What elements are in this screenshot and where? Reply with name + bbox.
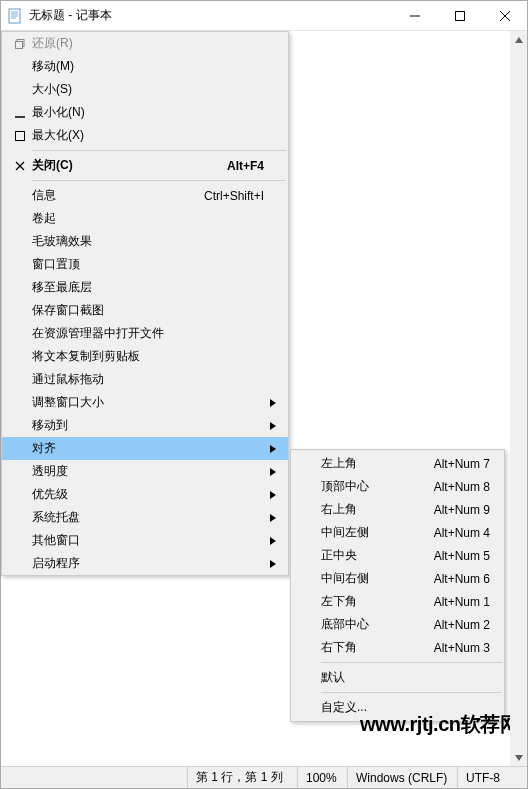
- watermark-text: www.rjtj.cn软荐网: [360, 711, 519, 738]
- svg-rect-6: [455, 11, 464, 20]
- menu-system-tray[interactable]: 系统托盘: [2, 506, 288, 529]
- align-center[interactable]: 正中央 Alt+Num 5: [291, 544, 504, 567]
- align-middle-left[interactable]: 中间左侧 Alt+Num 4: [291, 521, 504, 544]
- menu-maximize[interactable]: 最大化(X): [2, 124, 288, 147]
- menu-align[interactable]: 对齐: [2, 437, 288, 460]
- maximize-icon: [8, 131, 32, 141]
- menu-rollup[interactable]: 卷起: [2, 207, 288, 230]
- menu-send-to-bottom[interactable]: 移至最底层: [2, 276, 288, 299]
- status-line-ending: Windows (CRLF): [347, 767, 457, 788]
- menu-separator: [321, 692, 502, 693]
- minimize-icon: [8, 108, 32, 118]
- menu-priority[interactable]: 优先级: [2, 483, 288, 506]
- window-frame: 无标题 - 记事本 还原(R) 移动(M): [0, 0, 528, 789]
- chevron-right-icon: [264, 422, 276, 430]
- menu-move-to[interactable]: 移动到: [2, 414, 288, 437]
- menu-separator: [321, 662, 502, 663]
- align-top-left[interactable]: 左上角 Alt+Num 7: [291, 452, 504, 475]
- svg-rect-12: [16, 131, 25, 140]
- menu-close[interactable]: 关闭(C) Alt+F4: [2, 154, 288, 177]
- editor-area[interactable]: 还原(R) 移动(M) 大小(S) 最小化(N) 最大化(X): [1, 31, 527, 766]
- align-bottom-right[interactable]: 右下角 Alt+Num 3: [291, 636, 504, 659]
- titlebar[interactable]: 无标题 - 记事本: [1, 1, 527, 31]
- minimize-button[interactable]: [392, 1, 437, 31]
- align-bottom-center[interactable]: 底部中心 Alt+Num 2: [291, 613, 504, 636]
- chevron-right-icon: [264, 514, 276, 522]
- align-default[interactable]: 默认: [291, 666, 504, 689]
- status-empty: [1, 767, 187, 788]
- align-submenu: 左上角 Alt+Num 7 顶部中心 Alt+Num 8 右上角 Alt+Num…: [290, 449, 505, 722]
- align-bottom-left[interactable]: 左下角 Alt+Num 1: [291, 590, 504, 613]
- svg-rect-10: [16, 41, 23, 48]
- window-controls: [392, 1, 527, 31]
- chevron-right-icon: [264, 399, 276, 407]
- chevron-right-icon: [264, 560, 276, 568]
- menu-move[interactable]: 移动(M): [2, 55, 288, 78]
- align-top-center[interactable]: 顶部中心 Alt+Num 8: [291, 475, 504, 498]
- chevron-right-icon: [264, 491, 276, 499]
- menu-separator: [32, 150, 286, 151]
- menu-separator: [32, 180, 286, 181]
- align-middle-right[interactable]: 中间右侧 Alt+Num 6: [291, 567, 504, 590]
- menu-save-screenshot[interactable]: 保存窗口截图: [2, 299, 288, 322]
- scrollbar-track[interactable]: [510, 48, 527, 749]
- statusbar: 第 1 行，第 1 列 100% Windows (CRLF) UTF-8: [1, 766, 527, 788]
- align-top-right[interactable]: 右上角 Alt+Num 9: [291, 498, 504, 521]
- menu-drag-by-mouse[interactable]: 通过鼠标拖动: [2, 368, 288, 391]
- status-position: 第 1 行，第 1 列: [187, 767, 297, 788]
- menu-copy-text-to-clipboard[interactable]: 将文本复制到剪贴板: [2, 345, 288, 368]
- app-icon: [7, 8, 23, 24]
- menu-open-in-explorer[interactable]: 在资源管理器中打开文件: [2, 322, 288, 345]
- menu-always-on-top[interactable]: 窗口置顶: [2, 253, 288, 276]
- close-icon: [8, 161, 32, 171]
- menu-info[interactable]: 信息 Ctrl+Shift+I: [2, 184, 288, 207]
- window-title: 无标题 - 记事本: [29, 7, 392, 24]
- scroll-down-button[interactable]: [510, 749, 527, 766]
- close-button[interactable]: [482, 1, 527, 31]
- menu-resize[interactable]: 调整窗口大小: [2, 391, 288, 414]
- scroll-up-button[interactable]: [510, 31, 527, 48]
- menu-restore: 还原(R): [2, 32, 288, 55]
- system-menu: 还原(R) 移动(M) 大小(S) 最小化(N) 最大化(X): [1, 31, 289, 576]
- menu-size[interactable]: 大小(S): [2, 78, 288, 101]
- restore-icon: [8, 39, 32, 49]
- menu-transparency[interactable]: 透明度: [2, 460, 288, 483]
- vertical-scrollbar[interactable]: [510, 31, 527, 766]
- chevron-right-icon: [264, 445, 276, 453]
- menu-aero-glass[interactable]: 毛玻璃效果: [2, 230, 288, 253]
- status-encoding: UTF-8: [457, 767, 527, 788]
- maximize-button[interactable]: [437, 1, 482, 31]
- chevron-right-icon: [264, 468, 276, 476]
- menu-minimize[interactable]: 最小化(N): [2, 101, 288, 124]
- status-zoom: 100%: [297, 767, 347, 788]
- menu-start-program[interactable]: 启动程序: [2, 552, 288, 575]
- chevron-right-icon: [264, 537, 276, 545]
- menu-other-windows[interactable]: 其他窗口: [2, 529, 288, 552]
